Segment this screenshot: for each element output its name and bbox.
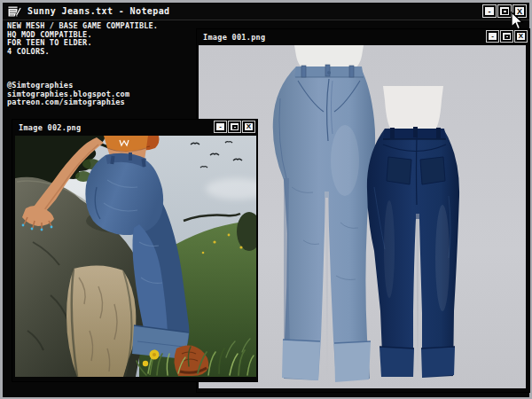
- notepad-titlebar[interactable]: Sunny Jeans.txt - Notepad - X: [3, 3, 529, 20]
- image-002-minimize-button[interactable]: -: [215, 121, 226, 132]
- rolled-cuff: [282, 340, 320, 380]
- notepad-maximize-button[interactable]: [498, 5, 511, 17]
- blue-nails: [22, 224, 25, 227]
- maximize-icon: [232, 125, 238, 129]
- jeans-hip-thigh: [85, 154, 163, 235]
- notepad-icon: [7, 4, 21, 18]
- notepad-minimize-button[interactable]: -: [483, 5, 496, 17]
- image-001-title: Image 001.png: [197, 33, 265, 42]
- notepad-window-title: Sunny Jeans.txt - Notepad: [27, 6, 170, 16]
- image-002-window: Image 002.png - X: [12, 119, 258, 382]
- image-002-titlebar[interactable]: Image 002.png - X: [12, 120, 257, 135]
- image-001-close-button[interactable]: X: [515, 31, 527, 42]
- back-pocket: [387, 157, 411, 184]
- image-001-titlebar[interactable]: Image 001.png - X: [197, 29, 529, 44]
- image-001-minimize-button[interactable]: -: [487, 31, 498, 42]
- image-002-maximize-button[interactable]: [229, 121, 240, 132]
- maximize-icon: [505, 35, 510, 39]
- rock-face: [66, 265, 136, 377]
- mannequin-torso: [383, 86, 443, 131]
- notepad-text[interactable]: NEW MESH / BASE GAME COMPATIBLE. HQ MOD …: [7, 22, 158, 107]
- mouse-cursor: [510, 12, 524, 31]
- desktop-frame: Sunny Jeans.txt - Notepad - X NEW MESH /…: [0, 0, 532, 399]
- sim-outdoor-scene: [15, 136, 256, 377]
- image-002-title: Image 002.png: [12, 123, 81, 132]
- back-pocket: [420, 157, 445, 184]
- rolled-cuff: [379, 347, 414, 377]
- maximize-icon: [502, 9, 508, 14]
- image-001-maximize-button[interactable]: [501, 31, 512, 42]
- image-002-close-button[interactable]: X: [243, 121, 254, 132]
- image-002-photo: [15, 136, 256, 377]
